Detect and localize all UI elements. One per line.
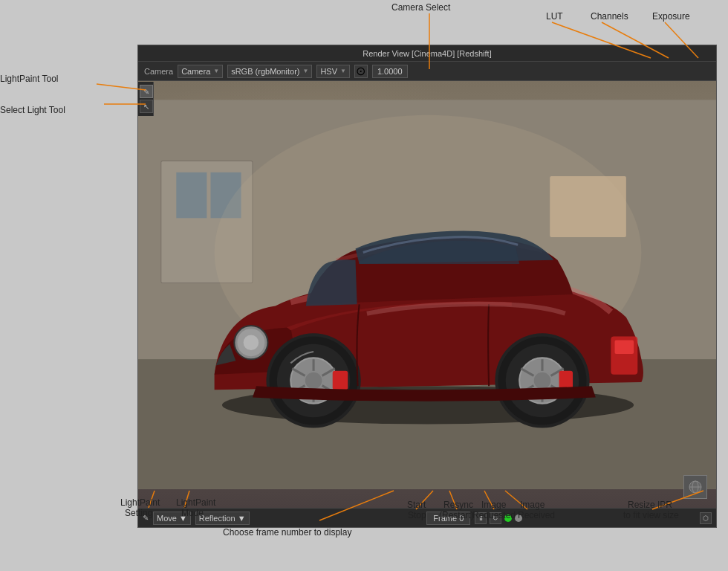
camera-arrow: ▼ [213,68,219,74]
svg-point-11 [244,335,259,350]
lightpaint-tool-annotation: LightPaint Tool [0,74,59,84]
resize-icon: ⬡ [703,514,709,522]
svg-point-28 [533,372,552,390]
left-toolbar: ✎ ↖ [137,82,154,116]
svg-rect-20 [333,371,348,390]
viewport[interactable] [138,81,716,508]
color-profile-arrow: ▼ [302,68,308,74]
select-light-tool-annotation: Select Light Tool [0,105,65,115]
lightpaint-tool-button[interactable]: ✎ [140,85,153,98]
title-bar: Render View [Cinema4D] [Redshift] [138,45,716,62]
channels-annotation: Channels [591,11,628,22]
move-dropdown[interactable]: Move ▼ [153,512,191,525]
lut-annotation: LUT [546,11,563,22]
svg-point-19 [305,372,323,390]
refresh-icon: ↻ [493,514,498,522]
3d-sphere-icon[interactable] [683,475,707,499]
move-icon: ✎ [143,514,149,522]
status-dot-received [515,514,522,522]
statusbar: ✎ Move ▼ Reflection ▼ Frame 0 ⏸ ↻ ⬡ [138,508,716,527]
car-scene-svg [138,81,716,508]
svg-rect-31 [614,341,634,354]
toolbar-row: Camera Camera ▼ sRGB (rgbMonitor) ▼ HSV … [138,62,716,81]
color-profile-dropdown[interactable]: sRGB (rgbMonitor) ▼ [227,65,312,78]
pause-icon: ⏸ [478,514,484,522]
exposure-value[interactable]: 1.0000 [372,65,408,78]
reflection-arrow: ▼ [238,514,246,523]
title-text: Render View [Cinema4D] [Redshift] [363,49,491,58]
status-dot-requested [504,514,512,522]
channels-dropdown[interactable]: HSV ▼ [316,65,350,78]
select-light-tool-button[interactable]: ↖ [140,100,153,113]
refresh-button[interactable]: ↻ [490,512,501,524]
svg-rect-4 [176,172,207,219]
exposure-annotation: Exposure [652,11,690,22]
lut-icon[interactable]: ⊙ [354,65,368,78]
camera-select-annotation: Camera Select [391,2,451,13]
reflection-dropdown[interactable]: Reflection ▼ [195,512,250,525]
camera-dropdown[interactable]: Camera ▼ [178,65,223,78]
playback-controls: ⏸ ↻ [475,512,522,524]
move-label: Move [157,514,177,523]
pause-button[interactable]: ⏸ [475,512,487,524]
scene-background [138,81,716,508]
sphere-svg [688,480,703,494]
select-light-tool-icon: ↖ [143,103,149,111]
frame-display[interactable]: Frame 0 [426,512,470,525]
svg-rect-29 [559,371,573,389]
move-arrow: ▼ [179,514,187,523]
lightpaint-tool-icon: ✎ [143,88,149,96]
resize-ipr-button[interactable]: ⬡ [700,512,712,524]
render-window: Render View [Cinema4D] [Redshift] Camera… [137,45,717,528]
channels-arrow: ▼ [340,68,346,74]
reflection-label: Reflection [199,514,235,523]
color-profile-value: sRGB (rgbMonitor) [231,67,299,76]
camera-label: Camera [144,67,173,76]
camera-value: Camera [181,67,210,76]
channels-value: HSV [320,67,337,76]
lut-symbol: ⊙ [356,64,365,78]
frame-number-annotation: Choose frame number to display [223,527,351,538]
